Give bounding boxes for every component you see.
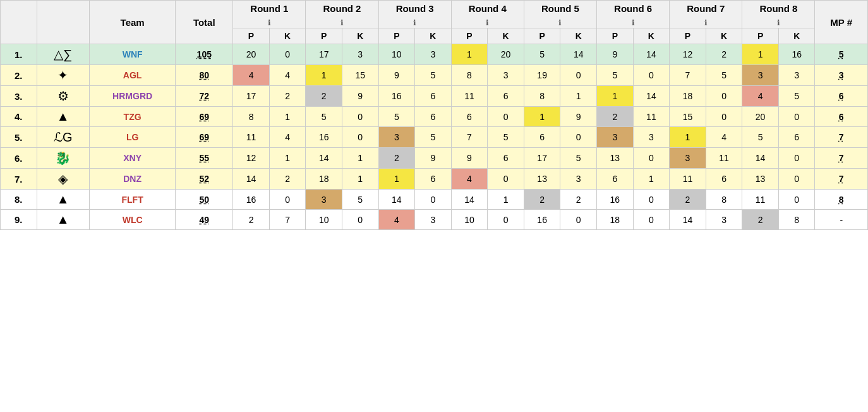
team-name-cell: FLFT	[89, 190, 175, 210]
r3-k-cell: 3	[415, 210, 452, 230]
r5-p-cell: 17	[524, 148, 560, 169]
r3-p-cell: 3	[378, 127, 415, 148]
r8-k-cell: 6	[778, 127, 815, 148]
r7-k-header: K	[706, 28, 742, 44]
r4-k-cell: 3	[488, 65, 524, 86]
r1-k-cell: 0	[269, 44, 306, 65]
r4-k-cell: 5	[488, 127, 524, 148]
r7-k-cell: 4	[706, 127, 742, 148]
r4-p-cell: 9	[451, 148, 488, 169]
r4-p-cell: 4	[451, 169, 488, 190]
total-cell: 52	[176, 169, 233, 190]
mp-cell: 3	[815, 65, 868, 86]
r1-p-cell: 17	[233, 86, 270, 107]
total-cell: 69	[176, 107, 233, 127]
r6-p-cell: 1	[597, 86, 634, 107]
r3-k-cell: 6	[415, 86, 452, 107]
logo-cell: △∑	[37, 44, 89, 65]
rank-cell: 6.	[1, 148, 37, 169]
r8-p-cell: 3	[742, 65, 779, 86]
r6-p-cell: 2	[597, 107, 634, 127]
r5-k-cell: 9	[560, 107, 597, 127]
r6-p-cell: 5	[597, 65, 634, 86]
r2-p-cell: 17	[306, 44, 342, 65]
r7-k-cell: 3	[706, 210, 742, 230]
r5-p-cell: 13	[524, 169, 560, 190]
r2-p-cell: 10	[306, 210, 342, 230]
r3-p-cell: 2	[378, 148, 415, 169]
r1-p-cell: 14	[233, 169, 270, 190]
r2-k-cell: 0	[342, 210, 378, 230]
r5-p-cell: 19	[524, 65, 560, 86]
r3-k-header: K	[415, 28, 452, 44]
r7-p-cell: 14	[670, 210, 706, 230]
total-cell: 50	[176, 190, 233, 210]
r6-p-cell: 18	[597, 210, 634, 230]
table-row: 5.ℒGLG691141603575603314567	[1, 127, 868, 148]
r8-p-cell: 5	[742, 127, 779, 148]
r3-k-cell: 9	[415, 148, 452, 169]
r5-p-header: P	[524, 28, 560, 44]
rank-cell: 3.	[1, 86, 37, 107]
rank-cell: 9.	[1, 210, 37, 230]
table-row: 9.▲WLC49271004310016018014328-	[1, 210, 868, 230]
r8-k-header: K	[778, 28, 815, 44]
r7-p-cell: 2	[670, 190, 706, 210]
r7-k-cell: 5	[706, 65, 742, 86]
r6-info: ℹ	[597, 16, 670, 28]
r5-k-cell: 0	[560, 65, 597, 86]
table-row: 2.✦AGL804411595831905075333	[1, 65, 868, 86]
logo-cell: 🐉	[37, 148, 89, 169]
r6-k-header: K	[633, 28, 670, 44]
r6-p-cell: 6	[597, 169, 634, 190]
r3-info: ℹ	[378, 16, 451, 28]
r5-p-cell: 5	[524, 44, 560, 65]
r4-k-cell: 20	[488, 44, 524, 65]
r7-p-cell: 3	[670, 148, 706, 169]
rank-cell: 4.	[1, 107, 37, 127]
table-row: 8.▲FLFT501603514014122160281108	[1, 190, 868, 210]
r4-p-cell: 7	[451, 127, 488, 148]
r3-p-cell: 9	[378, 65, 415, 86]
team-name-cell: AGL	[89, 65, 175, 86]
logo-cell: ▲	[37, 107, 89, 127]
r1-k-cell: 1	[269, 148, 306, 169]
mp-cell: -	[815, 210, 868, 230]
r4-k-cell: 0	[488, 107, 524, 127]
r5-k-cell: 5	[560, 148, 597, 169]
total-cell: 49	[176, 210, 233, 230]
r8-p-cell: 2	[742, 210, 779, 230]
r5-p-cell: 16	[524, 210, 560, 230]
r1-p-cell: 20	[233, 44, 270, 65]
round2-header: Round 2	[306, 1, 378, 17]
r4-p-header: P	[451, 28, 488, 44]
round1-header: Round 1	[233, 1, 306, 17]
rank-cell: 7.	[1, 169, 37, 190]
r1-p-cell: 2	[233, 210, 270, 230]
r2-p-header: P	[306, 28, 342, 44]
r7-k-cell: 0	[706, 107, 742, 127]
mp-header: MP #	[815, 1, 868, 44]
r7-k-cell: 11	[706, 148, 742, 169]
logo-cell: ℒG	[37, 127, 89, 148]
r3-k-cell: 6	[415, 169, 452, 190]
logo-cell: ◈	[37, 169, 89, 190]
r3-p-cell: 14	[378, 190, 415, 210]
r7-k-cell: 2	[706, 44, 742, 65]
r2-k-cell: 9	[342, 86, 378, 107]
r4-p-cell: 10	[451, 210, 488, 230]
r1-k-cell: 0	[269, 190, 306, 210]
r2-p-cell: 3	[306, 190, 342, 210]
r6-k-cell: 0	[633, 65, 670, 86]
r5-k-cell: 1	[560, 86, 597, 107]
r7-p-cell: 7	[670, 65, 706, 86]
r8-k-cell: 3	[778, 65, 815, 86]
table-row: 6.🐉XNY5512114129961751303111407	[1, 148, 868, 169]
r2-k-cell: 1	[342, 148, 378, 169]
r5-k-cell: 0	[560, 127, 597, 148]
r1-k-cell: 2	[269, 86, 306, 107]
r8-p-cell: 20	[742, 107, 779, 127]
total-cell: 69	[176, 127, 233, 148]
r2-p-cell: 1	[306, 65, 342, 86]
r8-k-cell: 0	[778, 190, 815, 210]
